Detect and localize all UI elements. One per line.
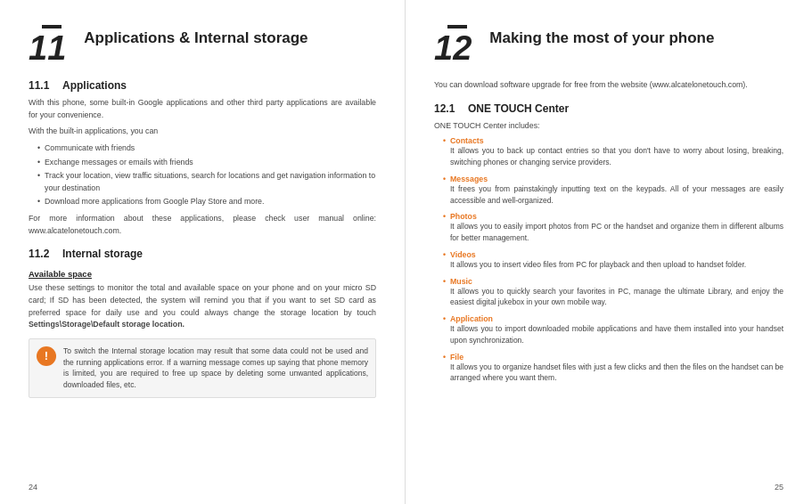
section-11-1-heading: 11.1 Applications — [29, 79, 376, 92]
chapter-bar-top — [42, 25, 62, 28]
ot-title-file: File — [443, 353, 783, 362]
bullets-list: Communicate with friends Exchange messag… — [29, 142, 376, 208]
ot-bullet-photos: Photos It allows you to easily import ph… — [434, 212, 783, 244]
bullet-3: Track your location, view traffic situat… — [37, 170, 376, 194]
note-icon: ! — [37, 346, 56, 366]
bullet-1: Communicate with friends — [37, 142, 376, 155]
ot-bullet-file: File It allows you to organize handset f… — [434, 353, 783, 385]
section-11-2-number: 11.2 — [29, 248, 53, 260]
one-touch-bullets: Contacts It allows you to back up contac… — [434, 136, 783, 384]
ot-title-contacts: Contacts — [443, 136, 783, 145]
para2: With the built-in applications, you can — [29, 126, 376, 138]
ot-title-videos: Videos — [443, 250, 783, 259]
ot-desc-videos: It allows you to insert video files from… — [443, 259, 783, 271]
note-text: To switch the Internal storage location … — [63, 345, 368, 391]
ot-bullet-music: Music It allows you to quickly search yo… — [434, 277, 783, 309]
available-space-text: Use these settings to monitor the total … — [29, 282, 376, 331]
ot-bullet-contacts: Contacts It allows you to back up contac… — [434, 136, 783, 168]
available-space-heading: Available space — [29, 269, 376, 279]
chapter-bar-top-right — [447, 25, 467, 28]
download-intro: You can download software upgrade for fr… — [434, 79, 783, 92]
chapter-11-header: 11 Applications & Internal storage — [29, 25, 376, 65]
ot-title-application: Application — [443, 314, 783, 323]
ot-bullet-videos: Videos It allows you to insert video fil… — [434, 250, 783, 271]
chapter-11-number: 11 — [29, 31, 66, 65]
one-touch-intro: ONE TOUCH Center includes: — [434, 120, 783, 133]
page-number-left: 24 — [29, 483, 37, 492]
section-12-1-title: ONE TOUCH Center — [468, 102, 569, 115]
ot-bullet-application: Application It allows you to import down… — [434, 314, 783, 346]
section-11-2-heading: 11.2 Internal storage — [29, 248, 376, 260]
bullet-2: Exchange messages or emails with friends — [37, 157, 376, 169]
ot-desc-messages: It frees you from painstakingly inputtin… — [443, 183, 783, 207]
chapter-11-title: Applications & Internal storage — [84, 25, 308, 47]
section-12-1-heading: 12.1 ONE TOUCH Center — [434, 102, 783, 115]
bullet-4: Download more applications from Google P… — [37, 196, 376, 208]
chapter-12-title: Making the most of your phone — [489, 25, 714, 47]
page-number-right: 25 — [775, 483, 783, 492]
ot-bullet-messages: Messages It frees you from painstakingly… — [434, 175, 783, 207]
ot-desc-music: It allows you to quickly search your fav… — [443, 286, 783, 309]
ot-desc-file: It allows you to organize handset files … — [443, 362, 783, 385]
note-box: ! To switch the Internal storage locatio… — [29, 338, 376, 398]
right-page: 12 Making the most of your phone You can… — [406, 0, 812, 504]
para3: For more information about these applica… — [29, 213, 376, 237]
section-12-1-number: 12.1 — [434, 102, 459, 115]
para1: With this phone, some built-in Google ap… — [29, 97, 376, 121]
ot-desc-contacts: It allows you to back up contact entries… — [443, 145, 783, 168]
section-11-2-title: Internal storage — [62, 248, 143, 260]
section-11-1-number: 11.1 — [29, 79, 53, 92]
left-page: 11 Applications & Internal storage 11.1 … — [0, 0, 406, 504]
ot-desc-application: It allows you to import downloaded mobil… — [443, 323, 783, 346]
chapter-12-number: 12 — [434, 31, 472, 65]
ot-desc-photos: It allows you to easily import photos fr… — [443, 221, 783, 244]
section-11-1-title: Applications — [62, 79, 127, 92]
ot-title-photos: Photos — [443, 212, 783, 221]
ot-title-music: Music — [443, 277, 783, 286]
chapter-12-header: 12 Making the most of your phone — [434, 25, 783, 65]
ot-title-messages: Messages — [443, 175, 783, 183]
